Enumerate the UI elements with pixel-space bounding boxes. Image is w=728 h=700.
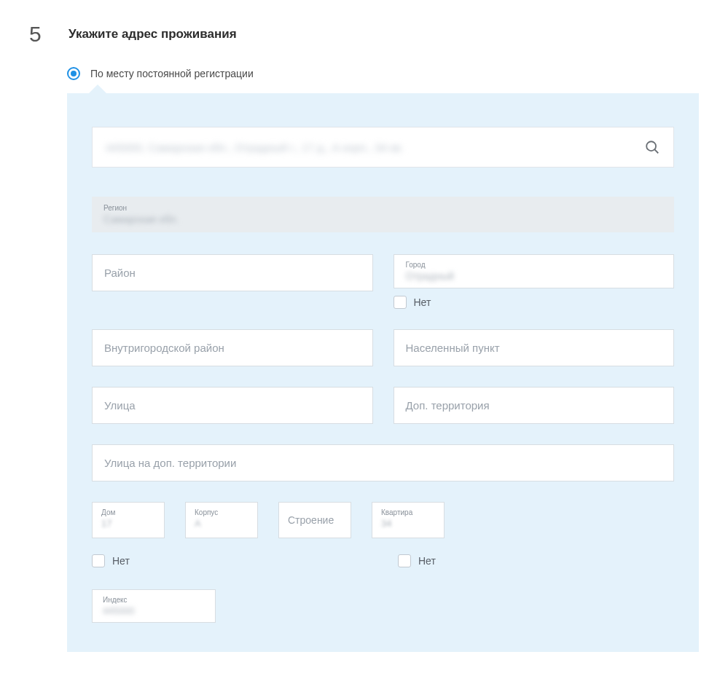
radio-icon	[67, 67, 80, 80]
settlement-input[interactable]: Населенный пункт	[394, 329, 675, 366]
address-search-input[interactable]: 445000, Самарская обл., Отрадный г., 17 …	[92, 127, 674, 168]
step-number: 5	[29, 22, 55, 47]
building1-input[interactable]: Корпус А	[185, 502, 258, 538]
city-none-label: Нет	[414, 296, 431, 308]
index-input[interactable]: Индекс 445000	[92, 589, 216, 623]
building2-input[interactable]: Строение	[278, 502, 351, 538]
checkbox-icon	[394, 296, 407, 309]
search-value: 445000, Самарская обл., Отрадный г., 17 …	[106, 141, 644, 154]
street-on-territory-input[interactable]: Улица на доп. территории	[92, 444, 674, 481]
house-label: Дом	[101, 508, 155, 516]
index-label: Индекс	[103, 596, 205, 604]
checkbox-icon	[92, 554, 105, 567]
house-none-checkbox[interactable]: Нет	[92, 554, 398, 567]
inner-district-input[interactable]: Внутригородской район	[92, 329, 373, 366]
street-input[interactable]: Улица	[92, 387, 373, 424]
flat-input[interactable]: Квартира 34	[372, 502, 445, 538]
building2-placeholder: Строение	[288, 514, 334, 526]
region-value: Самарская обл.	[103, 213, 662, 225]
city-value: Отрадный	[406, 270, 662, 282]
city-none-checkbox[interactable]: Нет	[394, 296, 675, 309]
house-none-label: Нет	[112, 555, 130, 567]
step-title: Укажите адрес проживания	[69, 27, 237, 42]
svg-point-0	[646, 141, 656, 151]
search-icon	[644, 139, 660, 155]
building1-value: А	[195, 518, 248, 529]
city-label: Город	[406, 261, 662, 269]
svg-line-1	[654, 149, 658, 153]
city-input[interactable]: Город Отрадный	[394, 254, 675, 288]
flat-value: 34	[381, 518, 435, 529]
flat-label: Квартира	[381, 508, 435, 516]
additional-territory-input[interactable]: Доп. территория	[394, 387, 675, 424]
checkbox-icon	[398, 554, 411, 567]
flat-none-label: Нет	[418, 555, 436, 567]
region-field: Регион Самарская обл.	[92, 197, 674, 232]
index-value: 445000	[103, 605, 205, 616]
house-input[interactable]: Дом 17	[92, 502, 165, 538]
radio-label: По месту постоянной регистрации	[90, 68, 254, 79]
address-panel: 445000, Самарская обл., Отрадный г., 17 …	[67, 93, 699, 652]
house-value: 17	[101, 518, 155, 529]
region-label: Регион	[103, 204, 662, 212]
flat-none-checkbox[interactable]: Нет	[398, 554, 436, 567]
registration-type-radio[interactable]: По месту постоянной регистрации	[67, 67, 699, 80]
district-input[interactable]: Район	[92, 254, 373, 291]
building1-label: Корпус	[195, 508, 248, 516]
